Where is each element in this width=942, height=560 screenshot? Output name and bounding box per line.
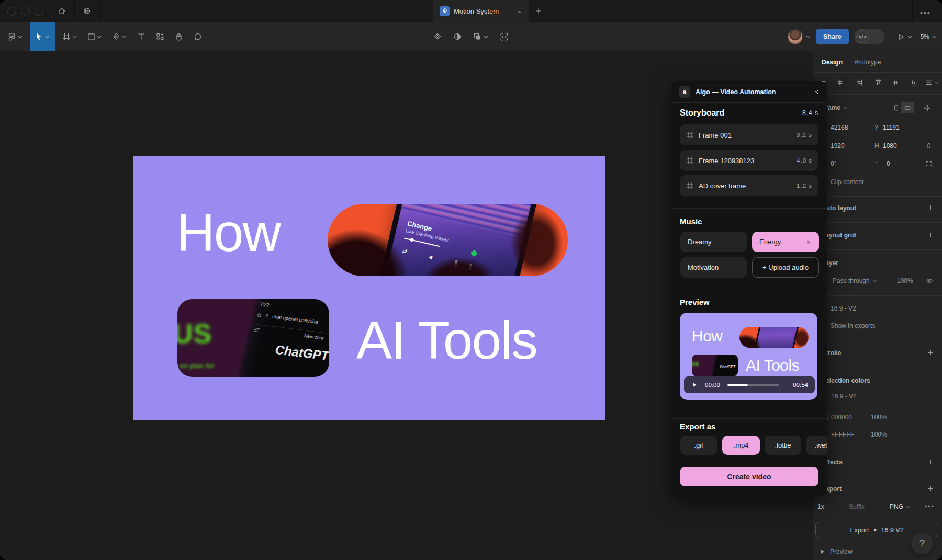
format-mp4[interactable]: .mp4 <box>722 436 760 455</box>
storyboard-row-frame-120938123[interactable]: Frame 120938123 4.0 s <box>680 150 818 171</box>
chatgpt-photo: US on plan for 7:22 chat.openai.com/cha … <box>177 299 329 377</box>
x-position-field[interactable]: 42168 <box>831 124 848 131</box>
share-button[interactable]: Share <box>816 29 849 44</box>
account-menu[interactable] <box>788 29 811 44</box>
add-layout-grid-button[interactable] <box>927 232 934 238</box>
height-field[interactable]: 1080 <box>883 142 897 150</box>
new-tab-button[interactable] <box>535 7 542 15</box>
align-horizontal-center-icon[interactable] <box>836 79 844 86</box>
align-vertical-center-icon[interactable] <box>892 79 899 86</box>
mask-icon[interactable] <box>453 32 462 41</box>
play-icon[interactable] <box>805 239 812 245</box>
zoom-menu[interactable]: 5% <box>921 33 937 40</box>
align-top-icon[interactable] <box>874 79 882 86</box>
community-globe-icon[interactable] <box>83 7 91 15</box>
distribute-menu[interactable] <box>925 79 938 86</box>
landscape-toggle[interactable] <box>901 102 914 113</box>
preview-section-toggle[interactable]: Preview <box>830 548 853 555</box>
width-field[interactable]: 1920 <box>831 142 845 150</box>
move-tool[interactable] <box>30 22 55 51</box>
add-auto-layout-button[interactable] <box>927 204 934 211</box>
show-in-exports-label: Show in exports <box>831 322 875 329</box>
play-button[interactable] <box>691 382 698 388</box>
color-opacity-field[interactable]: 100% <box>871 414 887 421</box>
add-effect-button[interactable] <box>927 459 934 465</box>
help-button[interactable]: ? <box>911 532 933 554</box>
window-close-button[interactable] <box>7 7 16 16</box>
music-track-motivation[interactable]: Motivation <box>680 257 747 278</box>
visibility-eye-icon[interactable] <box>926 277 933 284</box>
plugin-close-icon[interactable] <box>813 89 820 95</box>
color-opacity-field[interactable]: 100% <box>871 431 887 438</box>
remove-export-button[interactable] <box>909 487 915 494</box>
add-stroke-button[interactable] <box>927 349 934 356</box>
remove-style-button[interactable] <box>927 306 934 313</box>
preview-player-bar: 00:00 00:54 <box>684 376 815 393</box>
dev-mode-toggle[interactable]: </> <box>854 29 884 44</box>
portrait-icon[interactable] <box>893 104 900 111</box>
align-right-icon[interactable] <box>856 79 863 86</box>
constrain-proportions-icon[interactable] <box>925 142 933 150</box>
color-hex-field[interactable]: FFFFFF <box>831 431 854 438</box>
selection-colors-heading: Selection colors <box>822 377 870 384</box>
canvas-frame-16-9-v2[interactable]: How Change Like Crashing Waves ⇄ ◄ ❚❚ US… <box>133 156 605 420</box>
play-icon <box>897 33 905 41</box>
export-suffix-input[interactable]: Suffix <box>849 503 865 510</box>
shape-tool[interactable] <box>84 26 105 47</box>
align-bottom-icon[interactable] <box>910 79 917 86</box>
hand-tool[interactable] <box>172 26 186 47</box>
window-more-menu[interactable]: ••• <box>920 9 931 17</box>
y-position-field[interactable]: 11191 <box>883 124 900 131</box>
layer-opacity-field[interactable]: 100% <box>897 277 913 284</box>
collapse-caret-icon <box>821 549 825 554</box>
text-tool[interactable] <box>134 26 149 47</box>
titlebar: Motion System ••• <box>0 0 942 22</box>
storyboard-row-frame-001[interactable]: Frame 001 3.2 s <box>680 124 818 145</box>
export-settings-menu[interactable]: ••• <box>925 503 935 510</box>
independent-corners-icon[interactable] <box>925 160 933 167</box>
add-export-button[interactable] <box>927 485 934 492</box>
format-webm[interactable]: .webm <box>806 436 827 455</box>
present-button[interactable] <box>897 33 912 41</box>
tab-prototype[interactable]: Prototype <box>854 59 881 66</box>
chevron-down-icon <box>18 35 23 39</box>
fill-style-name[interactable]: 16:9 - V2 <box>831 305 856 312</box>
shrink-icon[interactable] <box>923 104 930 111</box>
export-format-dropdown[interactable]: PNG <box>890 503 910 510</box>
resources-tool[interactable] <box>153 26 167 47</box>
window-zoom-button[interactable] <box>35 7 43 16</box>
comment-tool[interactable] <box>190 26 205 47</box>
frame-tool[interactable] <box>59 26 80 47</box>
avatar <box>788 29 803 44</box>
create-video-button[interactable]: Create video <box>680 467 818 486</box>
window-minimize-button[interactable] <box>21 7 30 16</box>
tab-motion-system[interactable]: Motion System <box>433 0 529 22</box>
selection-style-name[interactable]: 16:9 - V2 <box>831 393 857 400</box>
pen-tool[interactable] <box>109 26 130 47</box>
color-hex-field[interactable]: 000000 <box>831 414 852 421</box>
blend-mode-dropdown[interactable]: Pass through <box>833 277 877 284</box>
export-scale-dropdown[interactable]: 1x <box>817 503 824 510</box>
rotation-field[interactable]: 0° <box>831 160 836 167</box>
main-menu-button[interactable] <box>4 26 26 47</box>
music-track-dreamy[interactable]: Dreamy <box>680 232 747 252</box>
plugin-header: a Algo — Video Automation <box>671 81 827 103</box>
rectangle-icon <box>87 33 95 41</box>
properties-panel: Design Prototype Frame <box>813 51 942 560</box>
seek-slider[interactable] <box>727 384 779 386</box>
app-window: Motion System ••• <box>0 0 942 560</box>
music-track-energy[interactable]: Energy <box>752 232 819 252</box>
home-icon[interactable] <box>58 7 66 15</box>
dev-resources-icon[interactable] <box>500 32 509 41</box>
video-preview[interactable]: How us ChatGPT AI Tools 00:00 00:54 <box>680 313 817 400</box>
format-lottie[interactable]: .lottie <box>765 436 801 455</box>
storyboard-row-ad-cover-frame[interactable]: AD cover frame 1.2 s <box>680 175 818 196</box>
upload-audio-button[interactable]: + Upload audio <box>752 257 819 278</box>
format-gif[interactable]: .gif <box>680 436 717 455</box>
boolean-groups-button[interactable] <box>473 32 488 41</box>
tidy-icon <box>925 79 933 86</box>
tab-design[interactable]: Design <box>822 59 843 66</box>
corner-radius-field[interactable]: 0 <box>887 160 890 167</box>
variants-icon[interactable] <box>433 32 442 41</box>
tab-close-icon[interactable] <box>517 8 522 14</box>
